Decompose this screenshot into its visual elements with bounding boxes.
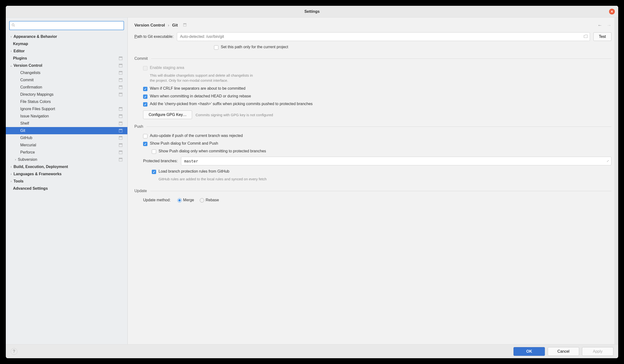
sidebar-item-subversion[interactable]: ›Subversion xyxy=(6,156,128,163)
close-icon[interactable]: ✕ xyxy=(609,9,615,14)
auto-update-row: Auto-update if push of the current branc… xyxy=(134,132,611,140)
sidebar-item-changelists[interactable]: Changelists xyxy=(6,69,128,76)
sidebar-item-mercurial[interactable]: Mercurial xyxy=(6,142,128,149)
sidebar-item-directory-mappings[interactable]: Directory Mappings xyxy=(6,91,128,98)
load-github-checkbox[interactable] xyxy=(152,170,156,174)
gpg-row: Configure GPG Key… Commits signing with … xyxy=(134,110,611,119)
scope-icon xyxy=(119,158,123,162)
svg-rect-15 xyxy=(119,107,122,108)
chevron-right-icon: › xyxy=(168,23,169,28)
ok-button[interactable]: OK xyxy=(514,347,545,356)
git-path-label: PPath to Git executable:ath to Git execu… xyxy=(134,34,174,39)
expand-icon[interactable]: ⤢ xyxy=(607,159,609,163)
protected-branches-wrap: ⤢ xyxy=(181,157,611,165)
auto-update-checkbox[interactable] xyxy=(143,134,147,138)
set-path-project-label: Set this path only for the current proje… xyxy=(221,45,288,49)
svg-rect-13 xyxy=(119,93,122,94)
svg-rect-17 xyxy=(119,115,122,116)
show-push-checkbox[interactable] xyxy=(143,142,147,146)
nav-arrows: ← → xyxy=(598,23,611,28)
sidebar-item-ignore-files[interactable]: Ignore Files Support xyxy=(6,105,128,113)
dialog-body: ›Appearance & Behavior Keymap ›Editor Pl… xyxy=(6,17,618,344)
warn-crlf-row: Warn if CRLF line separators are about t… xyxy=(134,85,611,93)
sidebar-item-plugins[interactable]: Plugins xyxy=(6,55,128,62)
radio-icon xyxy=(200,198,204,202)
sidebar-item-keymap[interactable]: Keymap xyxy=(6,40,128,48)
dialog-footer: ? OK Cancel Apply xyxy=(6,344,618,358)
divider xyxy=(150,191,611,191)
update-method-row: Update method: Merge Rebase xyxy=(134,196,611,204)
svg-rect-31 xyxy=(183,23,186,24)
folder-icon[interactable] xyxy=(584,35,588,39)
sidebar-item-issue-navigation[interactable]: Issue Navigation xyxy=(6,113,128,120)
scope-icon xyxy=(183,23,186,28)
svg-rect-21 xyxy=(119,129,122,130)
scope-icon xyxy=(119,71,123,75)
sidebar-item-advanced[interactable]: Advanced Settings xyxy=(6,185,128,192)
content-header: Version Control › Git ← → xyxy=(128,18,618,31)
git-path-input[interactable] xyxy=(177,32,590,41)
search-wrap xyxy=(6,18,128,32)
cherry-suffix-row: Add the 'cherry-picked from <hash>' suff… xyxy=(134,100,611,108)
radio-merge[interactable]: Merge xyxy=(177,198,194,202)
chevron-right-icon: › xyxy=(9,172,14,176)
sidebar-item-build[interactable]: ›Build, Execution, Deployment xyxy=(6,163,128,170)
show-push-protected-row: Show Push dialog only when committing to… xyxy=(134,147,611,155)
sidebar-item-github[interactable]: GitHub xyxy=(6,134,128,142)
sidebar-item-tools[interactable]: ›Tools xyxy=(6,178,128,185)
forward-icon[interactable]: → xyxy=(607,23,611,28)
show-push-protected-label: Show Push dialog only when committing to… xyxy=(158,149,266,153)
sidebar-item-perforce[interactable]: Perforce xyxy=(6,149,128,156)
enable-staging-checkbox[interactable] xyxy=(143,66,147,70)
configure-gpg-button[interactable]: Configure GPG Key… xyxy=(143,110,192,119)
scope-icon xyxy=(119,136,123,140)
test-button[interactable]: Test xyxy=(593,32,611,41)
protected-branches-label: Protected branches: xyxy=(143,159,178,163)
search-input[interactable] xyxy=(9,21,124,30)
set-path-project-checkbox[interactable] xyxy=(214,45,218,50)
warn-crlf-checkbox[interactable] xyxy=(143,87,147,91)
protected-branches-input[interactable] xyxy=(181,157,611,165)
scope-icon xyxy=(119,93,123,97)
svg-rect-11 xyxy=(119,86,122,87)
enable-staging-row: Enable staging area xyxy=(134,64,611,72)
sidebar-item-version-control[interactable]: ⌄Version Control xyxy=(6,62,128,69)
scrollbar[interactable] xyxy=(614,18,618,344)
svg-rect-3 xyxy=(119,57,122,58)
show-push-protected-checkbox[interactable] xyxy=(152,149,156,154)
auto-update-label: Auto-update if push of the current branc… xyxy=(150,134,243,138)
sidebar-item-languages[interactable]: ›Languages & Frameworks xyxy=(6,170,128,178)
sidebar-item-shelf[interactable]: Shelf xyxy=(6,120,128,127)
scope-icon xyxy=(119,56,123,60)
sidebar-item-file-status-colors[interactable]: File Status Colors xyxy=(6,98,128,105)
sidebar-item-commit[interactable]: Commit xyxy=(6,76,128,84)
scope-icon xyxy=(119,107,123,111)
show-push-row: Show Push dialog for Commit and Push xyxy=(134,140,611,147)
scope-icon xyxy=(119,78,123,82)
apply-button[interactable]: Apply xyxy=(582,347,613,356)
sidebar-item-appearance[interactable]: ›Appearance & Behavior xyxy=(6,33,128,40)
sidebar-item-git[interactable]: Git xyxy=(6,127,128,134)
cherry-suffix-label: Add the 'cherry-picked from <hash>' suff… xyxy=(150,102,313,106)
titlebar: Settings ✕ xyxy=(6,6,618,17)
settings-window: Settings ✕ ›Appearance & Behavior Keymap… xyxy=(6,6,618,358)
section-push: Push xyxy=(134,124,611,129)
svg-rect-19 xyxy=(119,122,122,123)
scope-icon xyxy=(119,114,123,118)
warn-detached-checkbox[interactable] xyxy=(143,95,147,99)
sidebar-item-confirmation[interactable]: Confirmation xyxy=(6,84,128,91)
scope-icon xyxy=(119,85,123,89)
scope-icon xyxy=(119,150,123,154)
settings-tree: ›Appearance & Behavior Keymap ›Editor Pl… xyxy=(6,32,128,344)
cancel-button[interactable]: Cancel xyxy=(548,347,579,356)
chevron-down-icon: ⌄ xyxy=(9,64,14,67)
section-commit: Commit xyxy=(134,56,611,61)
radio-rebase[interactable]: Rebase xyxy=(200,198,219,202)
svg-rect-23 xyxy=(119,136,122,137)
content-scroll[interactable]: PPath to Git executable:ath to Git execu… xyxy=(128,31,618,344)
back-icon[interactable]: ← xyxy=(598,23,602,28)
window-title: Settings xyxy=(304,9,319,14)
sidebar-item-editor[interactable]: ›Editor xyxy=(6,48,128,55)
cherry-suffix-checkbox[interactable] xyxy=(143,102,147,107)
help-button[interactable]: ? xyxy=(11,348,17,355)
